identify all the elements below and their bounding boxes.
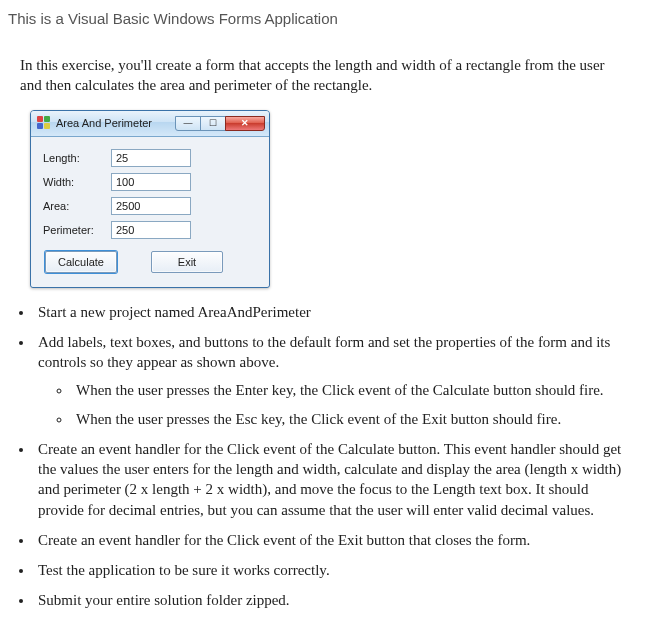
app-icon: [37, 116, 51, 130]
length-input[interactable]: [111, 149, 191, 167]
window-body: Length: Width: Area: Perimeter: Calculat…: [31, 137, 269, 287]
window-title: Area And Perimeter: [56, 117, 176, 129]
maximize-button[interactable]: ☐: [200, 116, 226, 131]
list-item: Test the application to be sure it works…: [34, 560, 631, 580]
window-screenshot: Area And Perimeter — ☐ ✕ Length: Width: …: [30, 110, 641, 288]
page-heading: This is a Visual Basic Windows Forms App…: [8, 10, 641, 27]
titlebar: Area And Perimeter — ☐ ✕: [31, 111, 269, 137]
list-item: Submit your entire solution folder zippe…: [34, 590, 631, 610]
list-item: Create an event handler for the Click ev…: [34, 530, 631, 550]
perimeter-output: [111, 221, 191, 239]
list-item-text: Add labels, text boxes, and buttons to t…: [38, 334, 610, 370]
instruction-sublist: When the user presses the Enter key, the…: [72, 380, 631, 429]
list-item: Create an event handler for the Click ev…: [34, 439, 631, 520]
intro-paragraph: In this exercise, you'll create a form t…: [20, 55, 629, 96]
length-label: Length:: [43, 152, 111, 164]
list-item: Add labels, text boxes, and buttons to t…: [34, 332, 631, 429]
window-frame: Area And Perimeter — ☐ ✕ Length: Width: …: [30, 110, 270, 288]
exit-button[interactable]: Exit: [151, 251, 223, 273]
area-output: [111, 197, 191, 215]
width-label: Width:: [43, 176, 111, 188]
minimize-button[interactable]: —: [175, 116, 201, 131]
width-input[interactable]: [111, 173, 191, 191]
list-item: Start a new project named AreaAndPerimet…: [34, 302, 631, 322]
list-item: When the user presses the Enter key, the…: [72, 380, 631, 400]
perimeter-label: Perimeter:: [43, 224, 111, 236]
area-label: Area:: [43, 200, 111, 212]
list-item: When the user presses the Esc key, the C…: [72, 409, 631, 429]
close-button[interactable]: ✕: [225, 116, 265, 131]
calculate-button[interactable]: Calculate: [45, 251, 117, 273]
instruction-list: Start a new project named AreaAndPerimet…: [34, 302, 631, 611]
window-controls: — ☐ ✕: [176, 116, 265, 131]
